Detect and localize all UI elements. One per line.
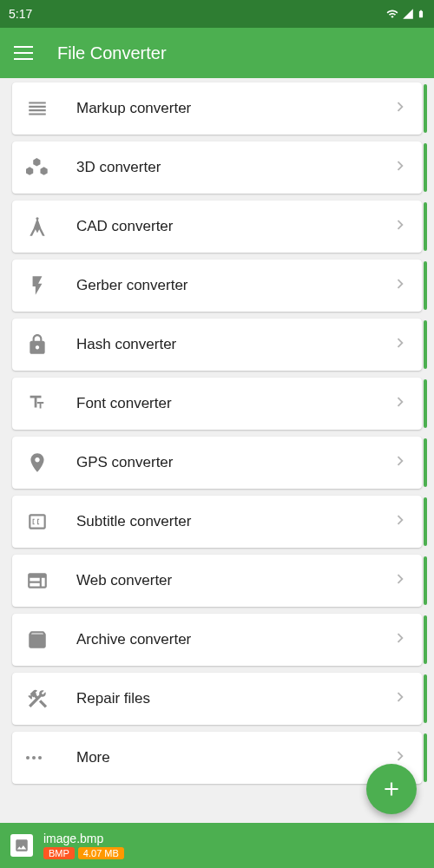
wifi-icon [385,8,399,20]
plus-icon [380,778,403,800]
list-item-3d[interactable]: 3D converter [12,141,422,194]
list-item-label: Subtitle converter [76,513,391,530]
more-icon [26,756,76,760]
chevron-right-icon [391,569,410,592]
chevron-right-icon [391,215,410,238]
list-item-label: Hash converter [76,336,391,353]
archive-icon [26,628,76,651]
list-item-hash[interactable]: Hash converter [12,319,422,371]
chevron-right-icon [391,333,410,356]
list-item-cad[interactable]: CAD converter [12,201,422,253]
list-item-label: 3D converter [76,159,391,176]
file-size-badge: 4.07 MB [78,847,124,859]
file-thumbnail [10,834,33,857]
list-item-label: CAD converter [76,218,391,235]
signal-icon [401,8,415,20]
list-item-label: GPS converter [76,454,391,471]
cubes-icon [26,156,76,179]
pin-icon [26,451,76,474]
file-name: image.bmp [43,832,124,845]
cc-icon [26,510,76,533]
file-format-badge: BMP [43,847,75,859]
list-item-label: Archive converter [76,631,391,648]
add-button[interactable] [366,764,417,814]
list-item-gps[interactable]: GPS converter [12,437,422,489]
bolt-icon [26,274,76,297]
status-time: 5:17 [9,7,32,21]
list-item-label: Web converter [76,572,391,589]
list-item-archive[interactable]: Archive converter [12,614,422,666]
hammer-icon [26,687,76,710]
page-title: File Converter [57,43,167,63]
chevron-right-icon [391,687,410,710]
list-item-gerber[interactable]: Gerber converter [12,260,422,312]
list-item-more[interactable]: More [12,732,422,784]
file-bar[interactable]: image.bmp BMP 4.07 MB [0,823,434,868]
status-icons [385,7,425,21]
chevron-right-icon [391,510,410,533]
web-icon [26,569,76,592]
list-icon [26,97,76,120]
list-item-repair[interactable]: Repair files [12,673,422,725]
chevron-right-icon [391,628,410,651]
list-item-font[interactable]: Font converter [12,378,422,430]
list-item-label: Repair files [76,690,391,707]
app-bar: File Converter [0,28,434,78]
chevron-right-icon [391,156,410,179]
list-item-label: More [76,749,391,766]
compass-icon [26,215,76,238]
chevron-right-icon [391,451,410,474]
status-bar: 5:17 [0,0,434,28]
list-item-label: Gerber converter [76,277,391,294]
battery-icon [417,7,425,21]
list-item-label: Markup converter [76,100,391,117]
chevron-right-icon [391,392,410,415]
image-icon [14,838,30,853]
chevron-right-icon [391,274,410,297]
list-item-markup[interactable]: Markup converter [12,82,422,135]
list-item-label: Font converter [76,395,391,412]
menu-icon[interactable] [14,46,33,60]
list-item-web[interactable]: Web converter [12,555,422,607]
chevron-right-icon [391,97,410,120]
font-icon [26,392,76,415]
file-info: image.bmp BMP 4.07 MB [43,832,124,859]
list-item-subtitle[interactable]: Subtitle converter [12,496,422,548]
converter-list: Markup converter 3D converter CAD conver… [0,82,434,784]
lock-icon [26,333,76,356]
